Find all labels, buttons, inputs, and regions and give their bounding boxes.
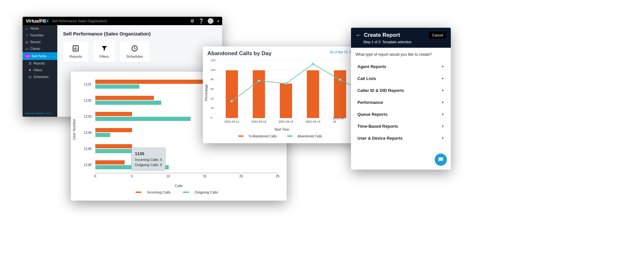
schedule-icon: ◴ bbox=[28, 75, 32, 79]
sidebar-item-recent[interactable]: ◴Recent bbox=[23, 39, 57, 45]
bar-chart-icon bbox=[72, 45, 79, 53]
y-tick-label: 20 bbox=[211, 106, 214, 110]
y-axis-label: User Number bbox=[72, 119, 76, 140]
y-tick-label: 1135 bbox=[84, 147, 91, 151]
sidebar-item-clients[interactable]: ▭Clients bbox=[23, 45, 57, 52]
option-label: Caller ID & DID Reports bbox=[357, 88, 404, 93]
version-label: Website Version: 1.61.1 bbox=[23, 110, 57, 117]
x-tick-label: 2021-04-13 bbox=[279, 120, 293, 123]
sidebar-item-sell-performance[interactable]: SPS Sell Performanc… › bbox=[23, 52, 57, 60]
chevron-down-icon: ▼ bbox=[441, 124, 444, 128]
chat-icon bbox=[438, 156, 444, 163]
gear-icon[interactable]: ⚙ bbox=[190, 18, 194, 24]
x-tick-label: 25 bbox=[276, 174, 279, 178]
report-type-option[interactable]: Caller ID & DID Reports▼ bbox=[355, 84, 446, 96]
chevron-down-icon: ▼ bbox=[441, 65, 444, 68]
cancel-button[interactable]: Cancel bbox=[429, 32, 446, 39]
bar-incoming[interactable] bbox=[95, 160, 125, 164]
option-label: Call Lists bbox=[357, 76, 376, 81]
bar-incoming[interactable] bbox=[95, 144, 132, 148]
sidebar-item-favorites[interactable]: ☆Favorites bbox=[23, 32, 57, 39]
y-tick-label: 80 bbox=[211, 78, 214, 81]
report-type-option[interactable]: Queue Reports▼ bbox=[355, 108, 446, 120]
option-label: User & Device Reports bbox=[357, 136, 402, 141]
y-tick-label: 1131 bbox=[84, 82, 91, 86]
option-label: Time-Based Reports bbox=[357, 124, 398, 129]
x-tick-label: 2021-04-14 bbox=[306, 120, 320, 123]
tile-reports[interactable]: Reports bbox=[63, 41, 89, 62]
chart-title: Abandoned Calls by Day bbox=[207, 50, 271, 57]
report-type-option[interactable]: User & Device Reports▼ bbox=[355, 132, 446, 144]
sidebar: ⌂Home☆Favorites◴Recent▭Clients SPS Sell … bbox=[23, 25, 57, 117]
y-axis-label: Percentage bbox=[204, 84, 208, 101]
y-tick-label: 1132 bbox=[84, 98, 91, 102]
legend-item: Abandoned Calls bbox=[287, 134, 325, 138]
line-point[interactable] bbox=[231, 100, 233, 102]
report-type-option[interactable]: Call Lists▼ bbox=[355, 73, 446, 84]
bar-outgoing[interactable] bbox=[95, 117, 191, 121]
avatar[interactable] bbox=[208, 18, 213, 24]
tile-label: Schedules bbox=[126, 55, 143, 58]
x-tick-label: 20 bbox=[239, 174, 243, 178]
line-series bbox=[218, 61, 354, 118]
bar-incoming[interactable] bbox=[95, 128, 132, 132]
line-point[interactable] bbox=[258, 80, 260, 82]
help-icon[interactable]: ❔ bbox=[198, 18, 204, 24]
sidebar-item-reports[interactable]: ☰Reports bbox=[23, 60, 57, 67]
briefcase-icon: ▭ bbox=[25, 47, 28, 51]
report-type-option[interactable]: Agent Reports▼ bbox=[355, 61, 446, 73]
chevron-down-icon: ▼ bbox=[441, 113, 444, 116]
chevron-right-icon: › bbox=[54, 55, 55, 58]
tile-label: Reports bbox=[70, 55, 82, 58]
legend-item: % Abandoned Calls bbox=[238, 134, 280, 138]
funnel-icon bbox=[101, 45, 108, 53]
tile-label: Filters bbox=[99, 55, 109, 58]
sidebar-item-label: Schedules bbox=[33, 75, 49, 79]
bar-incoming[interactable] bbox=[95, 112, 132, 116]
org-badge-icon: SPS bbox=[25, 54, 30, 58]
tile-schedules[interactable]: Schedules bbox=[120, 41, 149, 62]
bar-outgoing[interactable] bbox=[95, 133, 110, 137]
sidebar-item-filters[interactable]: ▼Filters bbox=[23, 67, 57, 74]
bar-outgoing[interactable] bbox=[95, 101, 161, 105]
legend-item: Incoming Calls bbox=[136, 190, 174, 194]
sidebar-item-label: Clients bbox=[30, 47, 40, 51]
x-tick-label: 15 bbox=[203, 174, 206, 178]
back-arrow-icon[interactable]: ← bbox=[355, 32, 361, 39]
chat-button[interactable] bbox=[435, 154, 447, 166]
tile-filters[interactable]: Filters bbox=[93, 41, 116, 62]
combo-chart: Percentage 0204060801001202021-04-112021… bbox=[207, 59, 356, 126]
line-point[interactable] bbox=[285, 83, 287, 84]
sidebar-item-label: Recent bbox=[30, 40, 41, 44]
sidebar-item-schedules[interactable]: ◴Schedules bbox=[23, 74, 57, 80]
y-tick-label: 1133 bbox=[84, 114, 91, 118]
top-bar: VirtualPBX Sell Performance (Sales Organ… bbox=[23, 17, 222, 25]
sidebar-item-label: Favorites bbox=[30, 34, 43, 37]
y-tick-label: 1134 bbox=[84, 131, 91, 134]
line-point[interactable] bbox=[339, 79, 341, 81]
chevron-down-icon: ▼ bbox=[441, 89, 444, 92]
prompt-text: What type of report would you like to cr… bbox=[355, 52, 446, 57]
report-type-option[interactable]: Performance▼ bbox=[355, 96, 446, 108]
bar-incoming[interactable] bbox=[95, 96, 154, 100]
chevron-down-icon[interactable]: ▾ bbox=[217, 19, 219, 23]
chevron-down-icon: ▼ bbox=[441, 101, 444, 104]
chevron-down-icon: ▼ bbox=[441, 136, 444, 140]
report-type-option[interactable]: Time-Based Reports▼ bbox=[355, 120, 446, 132]
x-axis-label: Start Time bbox=[207, 128, 356, 131]
bar-outgoing[interactable] bbox=[95, 84, 139, 89]
page-title: Sell Performance (Sales Organization) bbox=[63, 31, 216, 36]
y-tick-label: 120 bbox=[211, 59, 215, 62]
y-tick-label: 0 bbox=[211, 116, 212, 119]
sidebar-item-label: Sell Performanc… bbox=[32, 55, 52, 58]
sidebar-item-home[interactable]: ⌂Home bbox=[23, 25, 57, 32]
x-axis-label: Calls bbox=[77, 184, 281, 188]
line-point[interactable] bbox=[312, 63, 314, 65]
chart-row: 1136 bbox=[95, 157, 278, 173]
home-icon: ⌂ bbox=[25, 27, 28, 30]
app-logo: VirtualPBX bbox=[26, 18, 49, 24]
x-axis: 0510152025 bbox=[95, 173, 278, 183]
x-tick-label: 0 bbox=[94, 174, 96, 178]
tooltip-title: 1135 bbox=[135, 151, 144, 156]
sidebar-item-label: Reports bbox=[33, 62, 45, 65]
